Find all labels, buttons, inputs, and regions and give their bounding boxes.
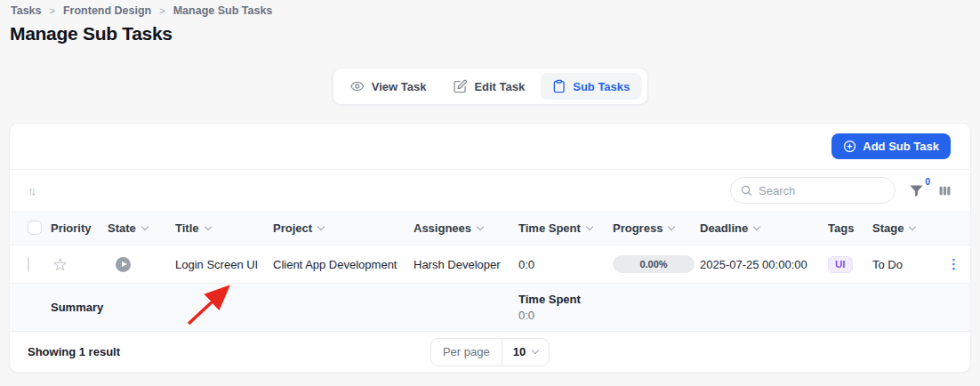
state-play-icon[interactable] xyxy=(116,257,131,272)
add-sub-task-button[interactable]: Add Sub Task xyxy=(831,133,951,159)
cell-stage: To Do xyxy=(872,258,942,271)
column-header-tags: Tags xyxy=(828,221,872,235)
add-sub-task-label: Add Sub Task xyxy=(863,140,939,153)
breadcrumb-separator: > xyxy=(159,5,165,16)
select-all-checkbox[interactable] xyxy=(28,221,42,235)
chevron-down-icon xyxy=(317,222,325,229)
breadcrumb: Tasks > Frontend Design > Manage Sub Tas… xyxy=(11,4,272,17)
chevron-down-icon xyxy=(753,222,760,229)
search-input[interactable] xyxy=(759,184,874,197)
filter-icon xyxy=(909,183,924,198)
table-footer: Showing 1 result Per page 10 xyxy=(10,332,970,372)
page-title: Manage Sub Tasks xyxy=(10,23,173,44)
column-header-progress[interactable]: Progress xyxy=(613,221,700,235)
sub-tasks-card: Add Sub Task ↑↓ 0 xyxy=(9,123,971,373)
tab-view-task[interactable]: View Task xyxy=(339,73,438,100)
progress-pill: 0.00% xyxy=(613,255,695,273)
per-page-control: Per page 10 xyxy=(430,338,550,366)
tab-edit-task[interactable]: Edit Task xyxy=(441,73,536,100)
filter-count-badge: 0 xyxy=(925,176,930,187)
cell-deadline: 2025-07-25 00:00:00 xyxy=(700,258,828,271)
summary-label: Summary xyxy=(51,301,108,314)
eye-icon xyxy=(350,79,365,93)
columns-button[interactable] xyxy=(937,183,952,198)
per-page-select[interactable]: 10 xyxy=(502,339,549,366)
search-box xyxy=(730,177,896,204)
column-header-project[interactable]: Project xyxy=(273,221,414,235)
cell-project: Client App Development xyxy=(273,258,414,271)
cell-time-spent: 0:0 xyxy=(518,258,613,271)
clipboard-icon xyxy=(551,79,566,93)
summary-time-spent: Time Spent 0:0 xyxy=(518,293,613,322)
manage-sub-tasks-page: Tasks > Frontend Design > Manage Sub Tas… xyxy=(0,0,980,386)
chevron-down-icon xyxy=(204,222,211,229)
chevron-down-icon xyxy=(586,222,593,229)
tag-badge: UI xyxy=(828,256,853,273)
tab-label: View Task xyxy=(372,80,427,93)
results-count-text: Showing 1 result xyxy=(28,345,120,358)
columns-icon xyxy=(937,183,952,198)
breadcrumb-separator: > xyxy=(50,5,55,16)
sort-icon[interactable]: ↑↓ xyxy=(28,184,34,197)
breadcrumb-item-frontend-design[interactable]: Frontend Design xyxy=(63,4,151,17)
column-header-title[interactable]: Title xyxy=(175,221,273,235)
search-icon xyxy=(740,184,752,197)
task-tab-bar: View Task Edit Task Sub Tasks xyxy=(333,68,648,105)
table-header-row: Priority State Title Project Assignees T… xyxy=(10,211,970,245)
chevron-down-icon xyxy=(477,222,484,229)
breadcrumb-item-manage-sub-tasks[interactable]: Manage Sub Tasks xyxy=(173,4,273,17)
table-summary-row: Summary Time Spent 0:0 xyxy=(10,284,970,332)
breadcrumb-item-tasks[interactable]: Tasks xyxy=(11,4,42,17)
tab-label: Sub Tasks xyxy=(573,80,630,93)
per-page-label: Per page xyxy=(431,339,502,366)
cell-assignees: Harsh Developer xyxy=(414,258,518,271)
column-header-priority: Priority xyxy=(51,221,108,235)
column-header-time-spent[interactable]: Time Spent xyxy=(518,221,613,235)
column-header-assignees[interactable]: Assignees xyxy=(414,221,518,235)
priority-star-icon[interactable]: ☆ xyxy=(52,255,68,274)
chevron-down-icon xyxy=(532,347,539,354)
edit-icon xyxy=(453,79,467,93)
filter-button[interactable]: 0 xyxy=(909,183,924,198)
toolbar-right-group: 0 xyxy=(730,177,952,204)
cell-title[interactable]: Login Screen UI xyxy=(175,258,273,271)
chevron-down-icon xyxy=(141,222,149,229)
row-menu-icon[interactable]: ⋮ xyxy=(947,256,960,271)
column-header-state[interactable]: State xyxy=(108,221,175,235)
table-row: ☆ Login Screen UI Client App Development… xyxy=(10,245,970,284)
tab-sub-tasks[interactable]: Sub Tasks xyxy=(540,73,641,100)
table-toolbar: ↑↓ 0 xyxy=(10,170,970,211)
column-header-stage[interactable]: Stage xyxy=(872,221,942,235)
chevron-down-icon xyxy=(909,222,916,229)
chevron-down-icon xyxy=(668,222,675,229)
row-checkbox[interactable] xyxy=(28,257,29,272)
plus-circle-icon xyxy=(843,140,856,153)
column-header-deadline[interactable]: Deadline xyxy=(700,221,828,235)
card-actions-row: Add Sub Task xyxy=(10,124,970,170)
tab-label: Edit Task xyxy=(474,80,525,93)
